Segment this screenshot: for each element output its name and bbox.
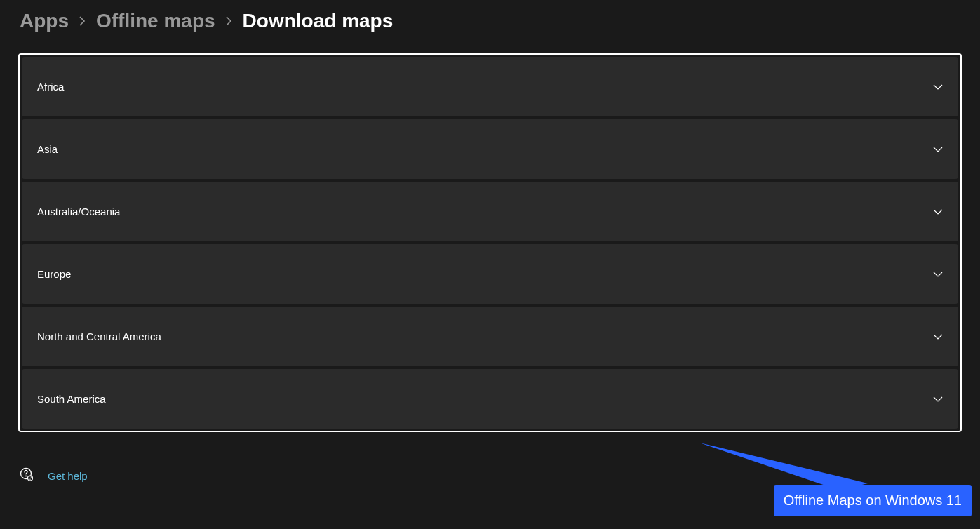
region-label: Europe bbox=[37, 268, 71, 280]
svg-point-3 bbox=[29, 479, 30, 480]
chevron-down-icon bbox=[933, 143, 943, 156]
chevron-right-icon bbox=[225, 15, 233, 30]
chevron-down-icon bbox=[933, 81, 943, 93]
breadcrumb-apps[interactable]: Apps bbox=[20, 10, 69, 32]
help-section: Get help bbox=[0, 432, 980, 484]
chevron-down-icon bbox=[933, 206, 943, 218]
svg-point-1 bbox=[25, 476, 27, 477]
region-label: Africa bbox=[37, 81, 64, 93]
page-title: Download maps bbox=[243, 10, 394, 32]
region-item-asia[interactable]: Asia bbox=[22, 119, 958, 179]
chevron-down-icon bbox=[933, 393, 943, 406]
chevron-down-icon bbox=[933, 268, 943, 281]
chevron-down-icon bbox=[933, 330, 943, 343]
breadcrumb-offline-maps[interactable]: Offline maps bbox=[96, 10, 215, 32]
region-label: Asia bbox=[37, 143, 58, 155]
region-item-europe[interactable]: Europe bbox=[22, 244, 958, 304]
region-label: Australia/Oceania bbox=[37, 206, 120, 217]
region-item-africa[interactable]: Africa bbox=[22, 57, 958, 116]
region-label: North and Central America bbox=[37, 330, 161, 342]
get-help-link[interactable]: Get help bbox=[48, 470, 88, 482]
chevron-right-icon bbox=[79, 15, 86, 30]
region-label: South America bbox=[37, 393, 106, 405]
breadcrumb: Apps Offline maps Download maps bbox=[0, 0, 980, 46]
region-item-south-america[interactable]: South America bbox=[22, 369, 958, 429]
region-item-australia-oceania[interactable]: Australia/Oceania bbox=[22, 182, 958, 241]
help-icon bbox=[20, 467, 34, 484]
regions-list: Africa Asia Australia/Oceania Europe Nor… bbox=[18, 53, 962, 432]
region-item-north-central-america[interactable]: North and Central America bbox=[22, 307, 958, 366]
annotation-callout: Offline Maps on Windows 11 bbox=[774, 485, 972, 516]
